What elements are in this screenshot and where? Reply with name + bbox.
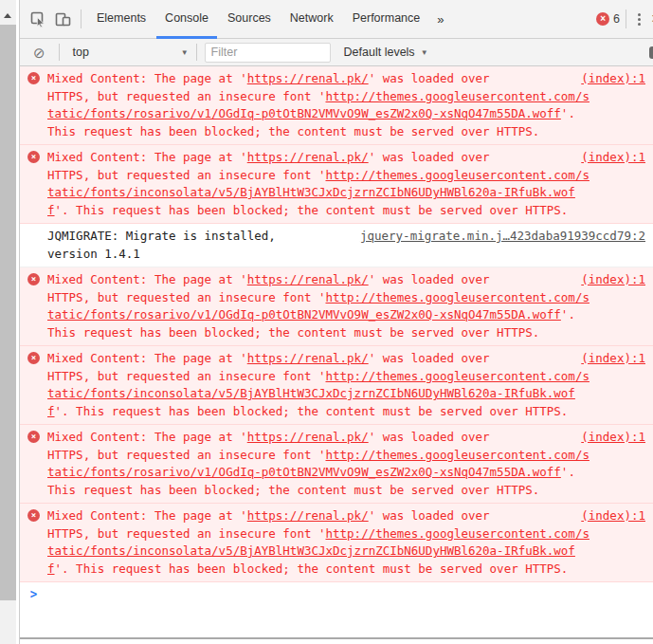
error-count: 6 bbox=[613, 12, 620, 26]
prompt-chevron-icon: > bbox=[27, 584, 40, 604]
chevron-down-icon: ▼ bbox=[181, 48, 189, 57]
error-icon: × bbox=[27, 431, 40, 443]
toolbar-divider bbox=[196, 44, 197, 61]
page-url-link[interactable]: https://renal.pk/ bbox=[247, 71, 369, 85]
kebab-menu-icon[interactable] bbox=[632, 9, 646, 29]
console-error-message: × Mixed Content: The page at 'https://re… bbox=[20, 66, 653, 145]
source-location-link[interactable]: (index):1 bbox=[581, 271, 645, 289]
message-text: Mixed Content: The page at 'https://rena… bbox=[47, 350, 596, 420]
source-location-link[interactable]: (index):1 bbox=[581, 350, 645, 368]
error-icon: × bbox=[27, 509, 40, 522]
tab-performance[interactable]: Performance bbox=[344, 0, 429, 39]
page-url-link[interactable]: https://renal.pk/ bbox=[247, 150, 369, 164]
source-location-link[interactable]: (index):1 bbox=[581, 429, 645, 447]
tab-console[interactable]: Console bbox=[156, 0, 217, 39]
more-tabs-icon[interactable]: » bbox=[429, 12, 451, 27]
tab-sources[interactable]: Sources bbox=[219, 0, 280, 39]
toolbar-divider bbox=[81, 9, 82, 28]
console-error-message: × Mixed Content: The page at 'https://re… bbox=[20, 425, 653, 504]
toolbar-divider bbox=[59, 44, 60, 61]
message-text: Mixed Content: The page at 'https://rena… bbox=[47, 507, 596, 578]
console-prompt-row[interactable]: > bbox=[20, 582, 653, 606]
device-toolbar-icon[interactable] bbox=[50, 7, 75, 31]
chevron-down-icon: ▼ bbox=[421, 48, 428, 57]
console-error-message: × Mixed Content: The page at 'https://re… bbox=[20, 267, 653, 346]
devtools-panel: Elements Console Sources Network Perform… bbox=[19, 0, 653, 644]
console-error-message: × Mixed Content: The page at 'https://re… bbox=[20, 145, 653, 224]
console-empty-space bbox=[20, 606, 653, 638]
page-scrollbar[interactable] bbox=[0, 0, 16, 644]
source-location-link[interactable]: (index):1 bbox=[581, 507, 645, 525]
javascript-context-dropdown[interactable]: top ▼ bbox=[73, 46, 189, 59]
cut-off-icon bbox=[649, 46, 653, 59]
page-url-link[interactable]: https://renal.pk/ bbox=[247, 508, 369, 523]
message-text: Mixed Content: The page at 'https://rena… bbox=[47, 429, 596, 499]
message-text: Mixed Content: The page at 'https://rena… bbox=[47, 149, 596, 219]
console-error-message: × Mixed Content: The page at 'https://re… bbox=[20, 504, 653, 582]
source-location-link[interactable]: jquery-migrate.min.j…423daba91939ccd79:2 bbox=[360, 228, 645, 246]
source-location-link[interactable]: (index):1 bbox=[581, 149, 645, 167]
console-log-message: JQMIGRATE: Migrate is installed, version… bbox=[20, 224, 653, 267]
error-icon: × bbox=[27, 151, 40, 163]
toolbar-divider bbox=[626, 9, 626, 28]
inspect-element-icon[interactable] bbox=[26, 7, 50, 31]
console-error-message: × Mixed Content: The page at 'https://re… bbox=[20, 346, 653, 425]
levels-label: Default levels bbox=[344, 46, 415, 59]
error-badge-icon: × bbox=[596, 12, 609, 26]
console-toolbar: ⊘ top ▼ Default levels ▼ bbox=[20, 39, 653, 66]
error-icon: × bbox=[27, 273, 40, 285]
bottom-strip bbox=[20, 639, 653, 644]
scrollbar-thumb[interactable] bbox=[0, 25, 16, 600]
context-label: top bbox=[73, 46, 89, 59]
clear-console-icon[interactable]: ⊘ bbox=[27, 46, 51, 60]
tab-network[interactable]: Network bbox=[281, 0, 342, 39]
error-icon: × bbox=[27, 72, 40, 84]
page-url-link[interactable]: https://renal.pk/ bbox=[247, 272, 369, 286]
source-location-link[interactable]: (index):1 bbox=[581, 70, 645, 88]
devtools-tabbar: Elements Console Sources Network Perform… bbox=[20, 0, 653, 39]
message-text: Mixed Content: The page at 'https://rena… bbox=[47, 70, 596, 140]
page-url-link[interactable]: https://renal.pk/ bbox=[247, 351, 369, 365]
log-levels-dropdown[interactable]: Default levels ▼ bbox=[344, 46, 428, 59]
filter-input[interactable] bbox=[205, 43, 331, 63]
console-output: × Mixed Content: The page at 'https://re… bbox=[20, 66, 653, 637]
close-devtools-icon[interactable]: × bbox=[646, 9, 653, 28]
error-icon: × bbox=[27, 352, 40, 364]
error-count-badge[interactable]: × 6 bbox=[596, 12, 620, 26]
tab-elements[interactable]: Elements bbox=[88, 0, 154, 39]
page-url-link[interactable]: https://renal.pk/ bbox=[247, 430, 369, 444]
message-text: Mixed Content: The page at 'https://rena… bbox=[47, 271, 596, 341]
devtools-window: Elements Console Sources Network Perform… bbox=[0, 0, 653, 644]
console-input[interactable] bbox=[47, 587, 645, 601]
scrollbar-up-arrow-icon[interactable] bbox=[4, 13, 11, 18]
